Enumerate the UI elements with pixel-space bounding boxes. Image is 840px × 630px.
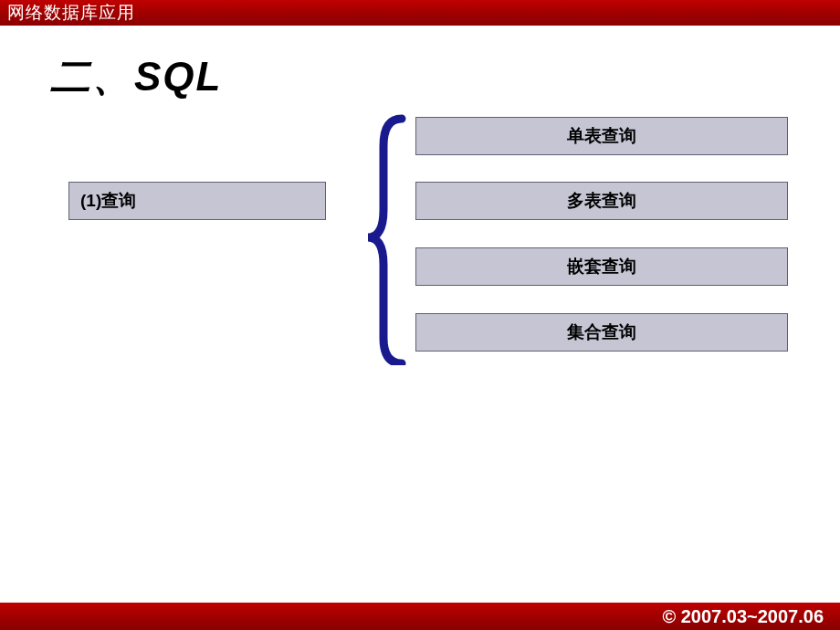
footer-copyright: © 2007.03~2007.06 <box>662 606 824 627</box>
brace-icon <box>361 110 415 369</box>
query-item-multi-table: 多表查询 <box>415 182 788 220</box>
footer-bar: © 2007.03~2007.06 <box>0 603 840 630</box>
query-item-set: 集合查询 <box>415 313 788 352</box>
item-label: 嵌套查询 <box>567 255 636 278</box>
topic-label: (1)查询 <box>80 189 136 213</box>
header-bar: 网络数据库应用 <box>0 0 840 26</box>
item-label: 单表查询 <box>567 124 636 148</box>
slide-heading: 二、SQL <box>50 50 222 104</box>
topic-box: (1)查询 <box>68 182 326 220</box>
header-title: 网络数据库应用 <box>7 1 135 25</box>
query-item-nested: 嵌套查询 <box>415 247 788 286</box>
item-label: 集合查询 <box>567 320 636 344</box>
query-item-single-table: 单表查询 <box>415 117 788 155</box>
item-label: 多表查询 <box>567 189 636 213</box>
